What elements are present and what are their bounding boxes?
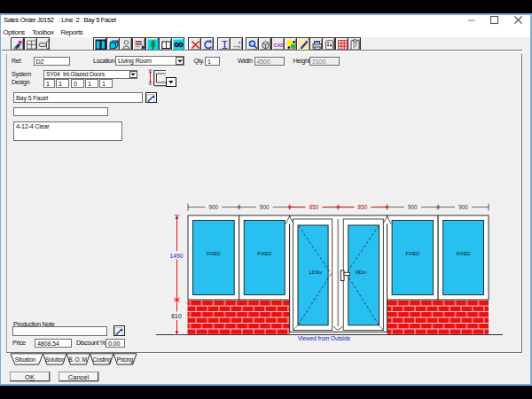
svg-text:Solution: Solution xyxy=(45,356,65,363)
svg-text:FIXED: FIXED xyxy=(207,251,221,256)
svg-text:FIXED: FIXED xyxy=(405,251,419,256)
svg-text:Situation: Situation xyxy=(15,356,36,363)
svg-text:B. O. M.: B. O. M. xyxy=(68,356,89,363)
svg-text:610: 610 xyxy=(171,313,182,319)
svg-text:900: 900 xyxy=(209,204,219,210)
svg-text:CAD: CAD xyxy=(273,43,283,48)
svg-text:FIXED: FIXED xyxy=(457,251,471,256)
svg-text:900: 900 xyxy=(458,204,468,210)
svg-text:Pricing: Pricing xyxy=(117,356,134,364)
svg-text:850: 850 xyxy=(309,204,319,210)
svg-text:FIXED: FIXED xyxy=(257,251,271,256)
svg-text:Viewed from Outside: Viewed from Outside xyxy=(298,335,351,341)
svg-text:RDin: RDin xyxy=(356,270,366,275)
svg-text:900: 900 xyxy=(260,204,270,210)
svg-text:Costing: Costing xyxy=(92,356,111,364)
svg-text:1490: 1490 xyxy=(169,253,183,259)
svg-text:LDSlv: LDSlv xyxy=(309,270,323,275)
svg-text:850: 850 xyxy=(358,204,368,210)
svg-text:900: 900 xyxy=(408,204,418,210)
